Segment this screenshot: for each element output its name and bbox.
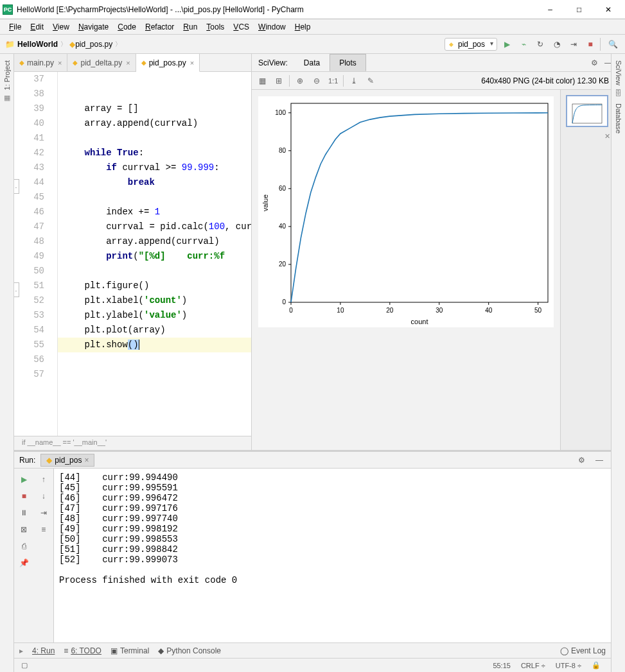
status-caret-pos: 55:15 bbox=[488, 662, 516, 669]
up-icon[interactable]: ↑ bbox=[37, 472, 51, 487]
thumbnail-close-icon[interactable]: ✕ bbox=[566, 132, 610, 141]
breadcrumb-file[interactable]: pid_pos.py bbox=[75, 40, 112, 49]
plot-main[interactable]: 01020304050020406080100countvalue bbox=[252, 90, 560, 450]
menu-code[interactable]: Code bbox=[114, 21, 140, 33]
fit-icon[interactable]: ▦ bbox=[256, 74, 268, 87]
svg-text:0: 0 bbox=[282, 298, 286, 306]
status-line-sep[interactable]: CRLF ÷ bbox=[516, 662, 550, 669]
app-icon: PC bbox=[3, 4, 13, 15]
run-panel: Run: ◆ pid_pos × ⚙ — ▶ ↑ ■ ↓ ⏸ ⇥ ⊠ bbox=[14, 450, 611, 642]
tool-window-project[interactable]: 1: Project bbox=[3, 60, 11, 90]
debug-button[interactable]: ⌁ bbox=[516, 37, 531, 51]
run-console[interactable]: [44] curr:99.994490 [45] curr:99.995591 … bbox=[54, 469, 611, 642]
menu-view[interactable]: View bbox=[49, 21, 73, 33]
maximize-button[interactable]: □ bbox=[565, 0, 594, 19]
window-title: HelloWorld [E:\PycharmProjects\HelloWorl… bbox=[17, 5, 536, 14]
sciview-tab-plots[interactable]: Plots bbox=[330, 54, 366, 71]
zoom-in-icon[interactable]: ⊕ bbox=[294, 74, 306, 87]
window-titlebar: PC HelloWorld [E:\PycharmProjects\HelloW… bbox=[0, 0, 625, 19]
folder-icon: 📁 bbox=[5, 40, 15, 49]
menu-run[interactable]: Run bbox=[179, 21, 201, 33]
minimize-button[interactable]: – bbox=[536, 0, 565, 19]
grid-icon[interactable]: ⊞ bbox=[272, 74, 285, 87]
gear-icon[interactable]: ⚙ bbox=[575, 456, 588, 465]
structure-icon[interactable]: ▦ bbox=[4, 94, 10, 102]
close-button[interactable]: ✕ bbox=[594, 0, 622, 19]
gear-icon[interactable]: ⚙ bbox=[587, 58, 601, 67]
run-tab[interactable]: ◆ pid_pos × bbox=[40, 454, 94, 467]
coverage-button[interactable]: ↻ bbox=[533, 37, 547, 51]
breadcrumb-project[interactable]: HelloWorld bbox=[17, 40, 58, 49]
editor-tab-main-py[interactable]: ◆main.py× bbox=[14, 54, 67, 71]
save-icon[interactable]: ⤓ bbox=[348, 74, 360, 87]
sciview-toolbar: ▦ ⊞ ⊕ ⊖ 1:1 ⤓ ✎ 640x480 PNG (24-bit colo… bbox=[252, 72, 615, 90]
close-icon[interactable]: ⊠ bbox=[17, 522, 31, 537]
pin-icon[interactable]: 📌 bbox=[17, 556, 31, 570]
search-button[interactable]: 🔍 bbox=[606, 37, 620, 51]
tool-window-python-console[interactable]: ◆ Python Console bbox=[158, 646, 221, 655]
tool-window-run[interactable]: 4: Run bbox=[32, 646, 55, 655]
stop-button[interactable]: ■ bbox=[583, 37, 597, 51]
color-picker-icon[interactable]: ✎ bbox=[364, 74, 377, 87]
down-icon[interactable]: ↓ bbox=[37, 489, 51, 503]
editor-tab-pid_pos-py[interactable]: ◆pid_pos.py× bbox=[136, 54, 200, 72]
tool-window-terminal[interactable]: ▣ Terminal bbox=[110, 646, 149, 655]
chevron-right-icon: 〉 bbox=[115, 40, 121, 49]
menu-refactor[interactable]: Refactor bbox=[141, 21, 178, 33]
stop-icon[interactable]: ■ bbox=[17, 489, 31, 503]
run-button[interactable]: ▶ bbox=[500, 37, 514, 51]
svg-text:60: 60 bbox=[279, 185, 286, 192]
svg-text:100: 100 bbox=[275, 109, 286, 116]
status-bar: ▢ 55:15 CRLF ÷ UTF-8 ÷ 🔒 bbox=[14, 658, 611, 672]
menu-vcs[interactable]: VCS bbox=[229, 21, 253, 33]
database-icon: 🗄 bbox=[615, 89, 622, 97]
pause-icon[interactable]: ⏸ bbox=[17, 506, 31, 520]
status-icon[interactable]: ▢ bbox=[19, 661, 30, 669]
rerun-icon[interactable]: ▶ bbox=[17, 472, 31, 487]
svg-text:50: 50 bbox=[534, 307, 542, 314]
tool-window-database[interactable]: Database bbox=[615, 103, 622, 134]
bottom-toolbar: ▸ 4: Run ≡ 6: TODO ▣ Terminal ◆ Python C… bbox=[14, 642, 611, 658]
status-lock-icon[interactable]: 🔒 bbox=[586, 661, 606, 669]
menu-help[interactable]: Help bbox=[291, 21, 315, 33]
editor-code[interactable]: array = [] array.append(currval) while T… bbox=[58, 72, 251, 436]
right-tool-stripe: SciView 🗄 Database bbox=[611, 54, 625, 672]
soft-wrap-icon[interactable]: ⇥ bbox=[37, 506, 51, 520]
editor-tabs: ◆main.py×◆pid_delta.py×◆pid_pos.py× bbox=[14, 54, 251, 72]
plot-thumbnail[interactable] bbox=[566, 95, 608, 127]
breadcrumb-file-icon: ◆ bbox=[69, 40, 75, 49]
run-header: Run: ◆ pid_pos × ⚙ — bbox=[14, 452, 611, 469]
menu-file[interactable]: File bbox=[5, 21, 25, 33]
print-icon[interactable]: ⎙ bbox=[17, 539, 31, 553]
event-log[interactable]: ◯ Event Log bbox=[560, 646, 606, 655]
profile-button[interactable]: ◔ bbox=[550, 37, 564, 51]
svg-text:count: count bbox=[411, 318, 428, 325]
scroll-icon[interactable]: ≡ bbox=[37, 522, 51, 537]
svg-text:value: value bbox=[261, 194, 269, 211]
editor-tab-pid_delta-py[interactable]: ◆pid_delta.py× bbox=[67, 54, 136, 71]
status-encoding[interactable]: UTF-8 ÷ bbox=[550, 662, 586, 669]
menu-navigate[interactable]: Navigate bbox=[75, 21, 112, 33]
svg-text:10: 10 bbox=[337, 307, 344, 314]
tool-window-sciview[interactable]: SciView bbox=[615, 60, 622, 85]
attach-button[interactable]: ⇥ bbox=[567, 37, 581, 51]
central-area: 1: Project ▦ ◆main.py×◆pid_delta.py×◆pid… bbox=[0, 54, 625, 672]
editor-body[interactable]: 37383940414243-44454647484950-5152535455… bbox=[14, 72, 251, 436]
zoom-ratio[interactable]: 1:1 bbox=[327, 74, 339, 87]
svg-text:80: 80 bbox=[279, 147, 286, 154]
tool-window-todo[interactable]: ≡ 6: TODO bbox=[64, 646, 101, 655]
run-config-combo[interactable]: pid_pos bbox=[445, 38, 497, 51]
hide-icon[interactable]: — bbox=[593, 456, 606, 465]
menu-edit[interactable]: Edit bbox=[26, 21, 48, 33]
image-info: 640x480 PNG (24-bit color) 12.30 KB bbox=[481, 76, 612, 85]
zoom-out-icon[interactable]: ⊖ bbox=[310, 74, 323, 87]
menu-tools[interactable]: Tools bbox=[202, 21, 228, 33]
sciview-tab-data[interactable]: Data bbox=[294, 54, 330, 71]
menu-window[interactable]: Window bbox=[254, 21, 290, 33]
left-tool-stripe: 1: Project ▦ bbox=[0, 54, 14, 672]
editor-breadcrumb[interactable]: if __name__ == '__main__' bbox=[14, 436, 251, 450]
svg-text:40: 40 bbox=[279, 223, 286, 230]
svg-rect-27 bbox=[572, 104, 602, 123]
work-area: ◆main.py×◆pid_delta.py×◆pid_pos.py× 3738… bbox=[14, 54, 611, 672]
chevron-right-icon: 〉 bbox=[60, 40, 67, 49]
